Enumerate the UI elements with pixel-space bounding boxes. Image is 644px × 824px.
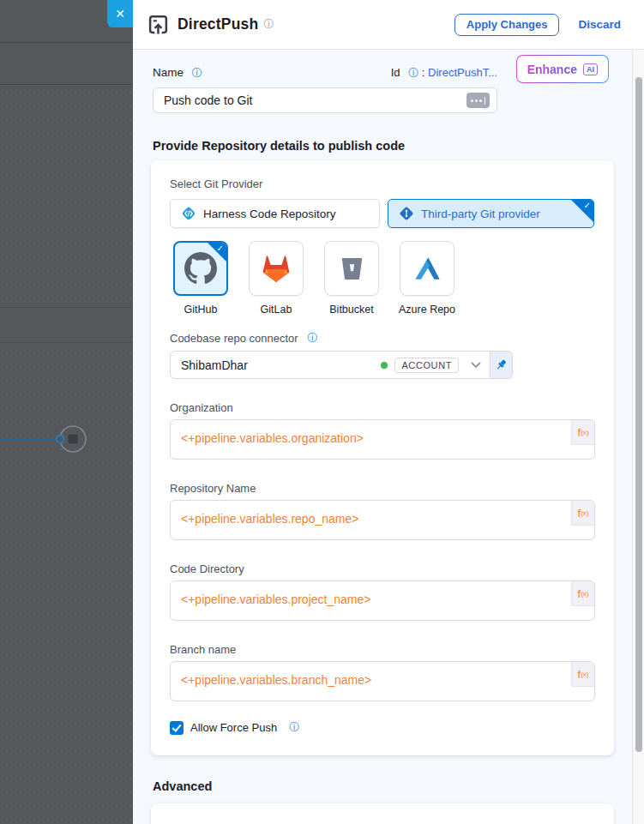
runtime-input-fx-button[interactable]: f(x) bbox=[571, 581, 594, 606]
connector-status-dot bbox=[381, 362, 388, 369]
discard-button[interactable]: Discard bbox=[578, 18, 621, 31]
field-value: <+pipeline.variables.repo_name> bbox=[181, 512, 358, 526]
edit-id-icon[interactable] bbox=[466, 93, 490, 108]
field-group-code-directory: Code Directory <+pipeline.variables.proj… bbox=[170, 562, 595, 621]
vendor-label: Bitbucket bbox=[329, 304, 373, 316]
bitbucket-tile[interactable] bbox=[324, 241, 379, 296]
runtime-input-fx-button[interactable]: f(x) bbox=[571, 501, 594, 526]
harness-code-icon bbox=[181, 206, 196, 221]
force-push-info-icon[interactable]: ⓘ bbox=[289, 720, 299, 735]
vendor-label: Azure Repo bbox=[399, 304, 455, 316]
force-push-row: Allow Force Push ⓘ bbox=[170, 720, 595, 735]
field-value: <+pipeline.variables.project_name> bbox=[181, 592, 370, 606]
id-label: Id bbox=[391, 66, 400, 79]
vendor-azure-repo: Azure Repo bbox=[400, 241, 454, 316]
field-group-organization: Organization <+pipeline.variables.organi… bbox=[170, 401, 595, 460]
connector-info-icon[interactable]: ⓘ bbox=[308, 331, 318, 346]
name-label-wrap: Name ⓘ bbox=[153, 66, 202, 81]
close-panel-button[interactable]: ✕ bbox=[107, 0, 133, 27]
provider-label: Third-party Git provider bbox=[421, 208, 540, 220]
name-info-icon[interactable]: ⓘ bbox=[192, 67, 202, 79]
branch-name-input[interactable]: <+pipeline.variables.branch_name> f(x) bbox=[170, 661, 595, 701]
field-value: <+pipeline.variables.organization> bbox=[181, 431, 364, 445]
vendor-gitlab: GitLab bbox=[249, 241, 304, 316]
pin-connector-button[interactable] bbox=[491, 351, 513, 379]
github-tile[interactable]: ✓ bbox=[173, 241, 228, 296]
force-push-checkbox[interactable] bbox=[170, 721, 184, 735]
provider-option-third-party[interactable]: Third-party Git provider ✓ bbox=[388, 199, 594, 228]
code-directory-input[interactable]: <+pipeline.variables.project_name> f(x) bbox=[170, 580, 595, 621]
repo-details-card: Select Git Provider Harness Code Reposit… bbox=[151, 160, 614, 755]
name-section: Name ⓘ Id ⓘ : DirectPushT... Push code t… bbox=[153, 66, 609, 113]
connector-select[interactable]: ShibamDhar ACCOUNT bbox=[170, 351, 491, 379]
name-input-value: Push code to Git bbox=[164, 93, 253, 107]
panel-body: Name ⓘ Id ⓘ : DirectPushT... Push code t… bbox=[133, 50, 632, 824]
page-title: DirectPush bbox=[178, 15, 258, 33]
id-info-icon[interactable]: ⓘ bbox=[408, 67, 418, 79]
provider-label: Harness Code Repository bbox=[203, 208, 336, 220]
vendor-label: GitHub bbox=[184, 304, 218, 316]
connector-label: Codebase repo connector bbox=[170, 332, 298, 345]
header-actions: Apply Changes Discard bbox=[454, 14, 621, 36]
name-labels-row: Name ⓘ Id ⓘ : DirectPushT... bbox=[153, 66, 497, 81]
step-config-panel: DirectPush ⓘ Apply Changes Discard Name … bbox=[133, 0, 644, 824]
azure-repo-tile[interactable] bbox=[400, 241, 454, 296]
select-git-provider-label: Select Git Provider bbox=[170, 177, 595, 190]
azure-repo-icon bbox=[412, 255, 442, 282]
vendor-label: GitLab bbox=[261, 304, 292, 316]
panel-header: DirectPush ⓘ Apply Changes Discard bbox=[133, 0, 644, 50]
repository-name-input[interactable]: <+pipeline.variables.repo_name> f(x) bbox=[170, 500, 595, 540]
field-label: Repository Name bbox=[170, 482, 595, 495]
field-label: Code Directory bbox=[170, 562, 595, 575]
runtime-input-fx-button[interactable]: f(x) bbox=[571, 662, 594, 687]
pipeline-end-node[interactable] bbox=[0, 424, 94, 454]
id-separator: : bbox=[422, 66, 425, 79]
scrollbar-thumb[interactable] bbox=[635, 77, 642, 752]
field-label: Branch name bbox=[170, 643, 595, 656]
force-push-label: Allow Force Push bbox=[190, 721, 277, 734]
advanced-card[interactable] bbox=[151, 803, 614, 824]
field-group-branch-name: Branch name <+pipeline.variables.branch_… bbox=[170, 643, 595, 701]
chevron-down-icon[interactable] bbox=[471, 362, 481, 369]
name-label: Name bbox=[153, 66, 184, 79]
directpush-step-icon bbox=[147, 14, 169, 35]
connector-scope-badge: ACCOUNT bbox=[394, 358, 459, 373]
step-id: Id ⓘ : DirectPushT... bbox=[391, 66, 497, 81]
field-value: <+pipeline.variables.branch_name> bbox=[181, 673, 371, 687]
canvas-subheader-band bbox=[0, 44, 133, 85]
canvas-stage-band bbox=[0, 307, 133, 343]
provider-option-harness[interactable]: Harness Code Repository bbox=[170, 199, 380, 228]
selected-check-icon: ✓ bbox=[584, 201, 591, 210]
title-info-icon[interactable]: ⓘ bbox=[263, 17, 274, 32]
apply-changes-button[interactable]: Apply Changes bbox=[454, 14, 560, 36]
connector-label-wrap: Codebase repo connector ⓘ bbox=[170, 331, 595, 346]
git-provider-options: Harness Code Repository Third-party Git … bbox=[170, 199, 595, 228]
pipeline-canvas bbox=[0, 0, 133, 824]
gitlab-tile[interactable] bbox=[249, 241, 304, 296]
git-vendor-tiles: ✓ GitHub GitLab bbox=[173, 241, 595, 316]
organization-input[interactable]: <+pipeline.variables.organization> f(x) bbox=[170, 419, 595, 460]
canvas-dot-grid bbox=[0, 86, 133, 824]
bitbucket-icon bbox=[338, 255, 366, 283]
pin-icon bbox=[495, 358, 508, 371]
vendor-bitbucket: Bitbucket bbox=[324, 241, 379, 316]
enhance-ai-button[interactable]: Enhance AI bbox=[516, 55, 609, 83]
selected-check-icon: ✓ bbox=[217, 244, 224, 253]
ai-badge: AI bbox=[583, 63, 598, 75]
field-group-repository-name: Repository Name <+pipeline.variables.rep… bbox=[170, 482, 595, 540]
id-value[interactable]: DirectPushT... bbox=[428, 66, 497, 79]
vendor-github: ✓ GitHub bbox=[173, 241, 228, 316]
repo-section-heading: Provide Repository details to publish co… bbox=[153, 139, 609, 153]
panel-scrollbar[interactable] bbox=[632, 50, 644, 824]
runtime-input-fx-button[interactable]: f(x) bbox=[571, 420, 594, 445]
close-icon: ✕ bbox=[115, 7, 125, 21]
third-party-git-icon bbox=[399, 206, 414, 221]
connector-row: ShibamDhar ACCOUNT bbox=[170, 351, 513, 379]
app-root: ✕ DirectPush ⓘ Apply Changes Discard bbox=[0, 0, 644, 824]
gitlab-icon bbox=[259, 253, 293, 284]
advanced-heading: Advanced bbox=[153, 779, 609, 793]
field-label: Organization bbox=[170, 401, 595, 414]
name-input[interactable]: Push code to Git bbox=[153, 87, 497, 113]
connector-value: ShibamDhar bbox=[181, 358, 374, 372]
enhance-label: Enhance bbox=[527, 63, 577, 76]
